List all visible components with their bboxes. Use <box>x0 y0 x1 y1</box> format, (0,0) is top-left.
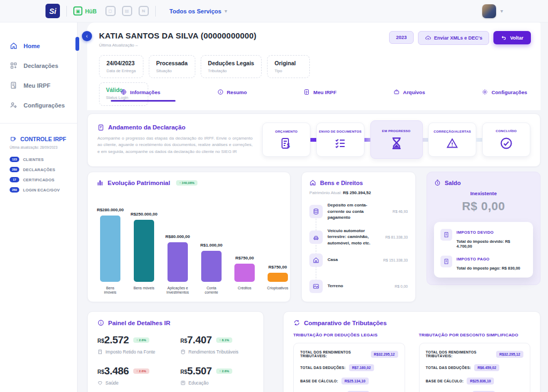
sidebar-item-home[interactable]: Home <box>0 37 77 54</box>
list-item[interactable]: Casa R$ 151.338,33 <box>309 253 408 267</box>
chevron-down-icon: ▾ <box>225 8 227 14</box>
app-icon-1[interactable]: ◻ <box>105 6 116 16</box>
tab-meu-irpf[interactable]: Meu IRPF <box>300 87 339 97</box>
tab-informacoes[interactable]: Informações <box>117 87 164 97</box>
send-xmls-button[interactable]: Enviar XMLs e DEC's <box>418 31 489 45</box>
hub-icon: ▣ <box>73 6 82 16</box>
step-connector <box>310 138 316 142</box>
chevron-down-icon[interactable]: ▾ <box>500 8 503 14</box>
undo-arrow-icon <box>501 35 507 41</box>
controle-stat-certificados[interactable]: 17 CERTIFICADOS <box>0 177 77 182</box>
bar-conta-corrente[interactable] <box>201 251 222 282</box>
list-item[interactable]: Veículo automotor terrestre: caminhão, a… <box>309 228 408 247</box>
bar-column: R$750,00 Créditos <box>234 256 255 295</box>
declaration-progress-card: Andamento da Declaração Acompanhe o prog… <box>87 113 541 167</box>
bens-e-direitos-card: Bens e Direitos Patrimônio Atual: R$ 250… <box>301 172 416 302</box>
all-services-dropdown[interactable]: Todos os Serviços ▾ <box>170 8 227 14</box>
bar-aplicacoes[interactable] <box>168 242 188 282</box>
sieg-logo[interactable]: Si <box>45 4 60 18</box>
terrain-icon <box>309 280 323 293</box>
stat-amount: 2.572 <box>104 334 129 346</box>
app-icon-2[interactable]: ▤ <box>122 6 132 16</box>
year-button[interactable]: 2023 <box>389 31 414 44</box>
asset-value: R$ 0,00 <box>394 285 408 288</box>
controle-irpf-header[interactable]: CONTROLE IRPF <box>0 135 77 142</box>
row-value: R$25.134,10 <box>341 378 369 385</box>
controle-stat-declaracoes[interactable]: 289 DECLARAÇÕES <box>0 167 77 172</box>
tab-resumo[interactable]: Resumo <box>214 87 250 97</box>
growth-badge: ↑ 340,08% <box>176 180 197 186</box>
comparison-desconto-simplificado: TRIBUTAÇÃO POR DESCONTO SIMPLIFICADO TOT… <box>419 333 531 392</box>
controle-stat-login-ecac[interactable]: 269 LOGIN ECAC/GOV <box>0 187 77 193</box>
comparison-title: Comparativo de Tributações <box>304 320 387 326</box>
saldo-card: Saldo Inexistente R$ 0,00 IMPOSTO DEVIDO… <box>427 172 541 285</box>
bar-category-label: Bens imóveis <box>100 286 121 295</box>
bar-value-label: R$250.000,00 <box>131 212 157 217</box>
step-em-progresso[interactable]: EM PROGRESSO <box>370 120 423 159</box>
list-item[interactable]: Terreno R$ 0,00 <box>309 280 408 293</box>
hub-app-button[interactable]: ▣ HüB <box>73 6 97 16</box>
home-icon <box>309 179 316 186</box>
document-icon <box>303 89 310 95</box>
asset-value: R$ 46,93 <box>393 210 408 213</box>
count-badge: 289 <box>10 167 19 172</box>
stopwatch-icon <box>434 179 441 186</box>
bar-bens-imoveis[interactable] <box>100 216 120 282</box>
list-item[interactable]: Depósito em conta-corrente ou conta paga… <box>309 202 408 221</box>
step-correcao-alertas[interactable]: CORREÇÃO/ALERTAS <box>428 122 476 157</box>
receipt-icon <box>440 229 452 241</box>
info-value: 24/04/2023 <box>106 60 136 66</box>
count-badge: 17 <box>10 177 19 182</box>
sidebar-item-configuracoes[interactable]: Configurações <box>0 97 77 113</box>
document-dollar-icon: $ <box>10 81 18 89</box>
user-avatar[interactable] <box>482 4 496 18</box>
asset-name: Veículo automotor terrestre: caminhão, a… <box>328 228 380 247</box>
bar-creditos[interactable] <box>234 264 255 282</box>
coins-icon <box>180 349 186 355</box>
controle-irpf-label: CONTROLE IRPF <box>20 136 66 142</box>
row-value: R$6.459,02 <box>474 364 499 371</box>
tab-configuracoes[interactable]: Configurações <box>478 87 530 97</box>
stat-amount: 5.507 <box>187 365 212 377</box>
step-envio-documentos[interactable]: ENVIO DE DOCUMENTOS <box>316 122 364 157</box>
last-update-text[interactable]: Última Atualização – <box>99 43 256 48</box>
divider <box>66 6 67 17</box>
tab-label: Meu IRPF <box>313 89 336 95</box>
info-label: Data de Entrega <box>106 68 136 73</box>
step-concluido[interactable]: CONCLUÍDO <box>482 122 530 157</box>
trend-badge: ↑ 2.6% <box>133 337 149 343</box>
sidebar-collapse-button[interactable]: ‹ <box>82 31 92 41</box>
step-label: ENVIO DE DOCUMENTOS <box>317 129 364 133</box>
asset-name: Terreno <box>328 283 384 289</box>
currency: R$ <box>97 338 104 344</box>
step-orcamento[interactable]: ORÇAMENTO $ <box>262 122 310 157</box>
budget-document-icon: $ <box>280 137 293 150</box>
client-header-panel: ‹ KATIA SANTOS DA SILVA (00000000000) Úl… <box>87 22 541 110</box>
tab-label: Arquivos <box>403 89 425 95</box>
coins-icon <box>309 205 323 218</box>
controle-stat-clientes[interactable]: 123 CLIENTES <box>0 157 77 162</box>
sidebar: Home Declarações $ Meu IRPF Configuraçõe… <box>0 22 78 392</box>
progress-steps: ORÇAMENTO $ ENVIO DE DOCUMENTOS EM PROGR… <box>262 120 530 159</box>
app-switcher: ◻ ▤ N <box>105 6 149 16</box>
tab-arquivos[interactable]: Arquivos <box>390 87 428 97</box>
back-button[interactable]: Voltar <box>493 31 531 44</box>
comparison-row: TOTAL DOS RENDIMENTOS TRIBUTÁVEIS: R$32.… <box>300 350 398 358</box>
bar-criptoativos[interactable] <box>268 273 288 282</box>
hourglass-icon <box>390 136 404 150</box>
stat-imposto-retido: R$ 2.572 ↑ 2.6% Imposto Retido na Fonte <box>97 334 171 355</box>
sidebar-item-declaracoes[interactable]: Declarações <box>0 57 77 74</box>
bar-bens-moveis[interactable] <box>134 220 154 282</box>
bar-category-label: Aplicações e Investimentos <box>166 286 189 295</box>
patrimonial-evolution-card: Evolução Patrimonial ↑ 340,08% R$280.000… <box>87 172 291 302</box>
bar-category-label: Bens móveis <box>134 286 155 295</box>
bar-column: R$250.000,00 Bens móveis <box>133 212 155 295</box>
row-value: R$7.160,02 <box>349 364 374 371</box>
stat-label: CERTIFICADOS <box>23 178 55 182</box>
bar-value-label: R$80.000,00 <box>165 234 190 239</box>
app-icon-3[interactable]: N <box>139 6 149 16</box>
row-label: TOTAL DOS RENDIMENTOS TRIBUTÁVEIS: <box>426 350 493 358</box>
info-value: Original <box>275 60 302 66</box>
sidebar-item-meu-irpf[interactable]: $ Meu IRPF <box>0 77 77 94</box>
refresh-icon <box>293 319 300 326</box>
